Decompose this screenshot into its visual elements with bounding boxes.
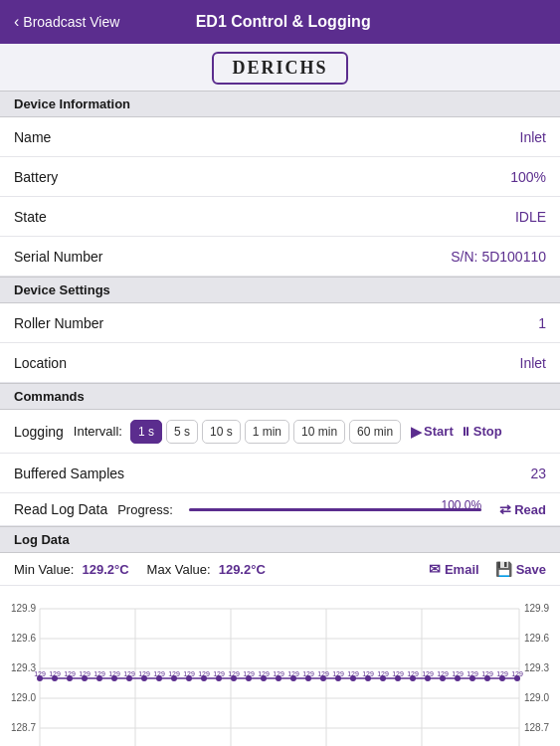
email-button[interactable]: ✉ Email: [429, 561, 479, 577]
svg-text:129: 129: [79, 670, 91, 677]
log-data-row: Min Value: 129.2°C Max Value: 129.2°C ✉ …: [0, 553, 560, 586]
app-header: ‹ Broadcast View ED1 Control & Logging: [0, 0, 560, 44]
read-log-row: Read Log Data Progress: 100.0% ⇄ Read: [0, 493, 560, 526]
progress-label: Progress:: [117, 502, 173, 517]
roller-value: 1: [538, 315, 546, 331]
svg-text:129: 129: [183, 670, 195, 677]
progress-percent: 100.0%: [442, 498, 482, 512]
svg-text:129: 129: [273, 670, 284, 677]
interval-btn-5s[interactable]: 5 s: [166, 420, 198, 444]
svg-text:129: 129: [481, 670, 493, 677]
email-icon: ✉: [429, 561, 441, 577]
svg-text:129: 129: [422, 670, 434, 677]
location-label: Location: [14, 355, 67, 371]
svg-text:129: 129: [302, 670, 314, 677]
pause-icon: ⏸: [460, 425, 471, 439]
serial-value: S/N: 5D100110: [451, 249, 546, 265]
svg-text:129.0: 129.0: [11, 692, 36, 703]
progress-track: 100.0%: [189, 508, 481, 511]
svg-text:129: 129: [64, 670, 76, 677]
svg-text:129: 129: [213, 670, 225, 677]
svg-text:129: 129: [108, 670, 120, 677]
section-log-data: Log Data: [0, 526, 560, 553]
chart-container: 129.9 129.6 129.3 129.0 128.7 128.4 129.…: [0, 586, 560, 746]
interval-btn-10min[interactable]: 10 min: [293, 420, 345, 444]
logo-bar: DERICHS: [0, 44, 560, 91]
section-device-settings: Device Settings: [0, 277, 560, 303]
svg-text:129: 129: [243, 670, 255, 677]
svg-text:128.7: 128.7: [11, 722, 36, 733]
save-icon: 💾: [495, 561, 512, 577]
svg-text:129.6: 129.6: [524, 633, 549, 644]
back-label: Broadcast View: [23, 14, 119, 30]
svg-text:129: 129: [287, 670, 299, 677]
buffered-label: Buffered Samples: [14, 466, 124, 481]
svg-text:129: 129: [496, 670, 508, 677]
read-button[interactable]: ⇄ Read: [499, 501, 546, 517]
min-label: Min Value:: [14, 562, 74, 577]
row-buffered: Buffered Samples 23: [0, 454, 560, 493]
interval-btn-1s[interactable]: 1 s: [130, 420, 162, 444]
section-device-information: Device Information: [0, 91, 560, 117]
svg-text:129: 129: [362, 670, 374, 677]
section-commands: Commands: [0, 383, 560, 410]
serial-label: Serial Number: [14, 249, 102, 265]
logging-label: Logging: [14, 424, 64, 440]
logging-row: Logging Intervall: 1 s 5 s 10 s 1 min 10…: [0, 410, 560, 454]
stop-button[interactable]: ⏸ Stop: [460, 424, 502, 439]
svg-text:129.3: 129.3: [524, 662, 549, 673]
battery-value: 100%: [510, 169, 546, 185]
svg-text:129.6: 129.6: [11, 633, 36, 644]
svg-text:129: 129: [34, 670, 46, 677]
interval-btn-10s[interactable]: 10 s: [202, 420, 241, 444]
start-button[interactable]: ▶ Start: [411, 424, 454, 440]
svg-text:129: 129: [93, 670, 105, 677]
row-battery: Battery 100%: [0, 157, 560, 197]
chevron-left-icon: ‹: [14, 13, 19, 31]
min-value: 129.2°C: [82, 562, 128, 577]
logo-text: DERICHS: [232, 58, 327, 79]
interval-btn-60min[interactable]: 60 min: [349, 420, 401, 444]
progress-area: 100.0%: [189, 508, 481, 511]
interval-btn-1min[interactable]: 1 min: [245, 420, 289, 444]
save-button[interactable]: 💾 Save: [495, 561, 546, 577]
svg-text:129: 129: [138, 670, 150, 677]
read-log-label: Read Log Data: [14, 501, 107, 517]
svg-text:129: 129: [511, 670, 523, 677]
svg-text:129: 129: [467, 670, 478, 677]
row-location: Location Inlet: [0, 343, 560, 383]
battery-label: Battery: [14, 169, 58, 185]
svg-text:129.9: 129.9: [524, 603, 549, 614]
max-value: 129.2°C: [219, 562, 266, 577]
svg-text:129: 129: [258, 670, 270, 677]
svg-text:129.0: 129.0: [524, 692, 549, 703]
back-button[interactable]: ‹ Broadcast View: [14, 13, 119, 31]
state-value: IDLE: [515, 209, 546, 225]
svg-text:129.3: 129.3: [11, 662, 36, 673]
svg-text:129: 129: [437, 670, 449, 677]
location-value: Inlet: [520, 355, 546, 371]
interval-label: Intervall:: [74, 424, 122, 439]
name-value: Inlet: [520, 129, 546, 145]
logo-box: DERICHS: [212, 52, 347, 85]
svg-text:129: 129: [228, 670, 240, 677]
svg-text:129: 129: [347, 670, 359, 677]
svg-text:129: 129: [49, 670, 61, 677]
svg-text:129: 129: [198, 670, 210, 677]
chart-svg: 129.9 129.6 129.3 129.0 128.7 128.4 129.…: [0, 594, 560, 746]
play-icon: ▶: [411, 424, 422, 440]
read-icon: ⇄: [499, 501, 511, 517]
max-label: Max Value:: [147, 562, 211, 577]
read-button-area: ⇄ Read: [499, 501, 546, 517]
svg-text:129: 129: [317, 670, 329, 677]
row-serial: Serial Number S/N: 5D100110: [0, 237, 560, 277]
row-roller: Roller Number 1: [0, 303, 560, 343]
progress-fill: [189, 508, 481, 511]
row-name: Name Inlet: [0, 117, 560, 157]
svg-text:129: 129: [168, 670, 180, 677]
svg-text:129: 129: [452, 670, 464, 677]
buffered-value: 23: [530, 466, 546, 481]
svg-text:129: 129: [407, 670, 419, 677]
name-label: Name: [14, 129, 51, 145]
svg-text:129: 129: [153, 670, 165, 677]
